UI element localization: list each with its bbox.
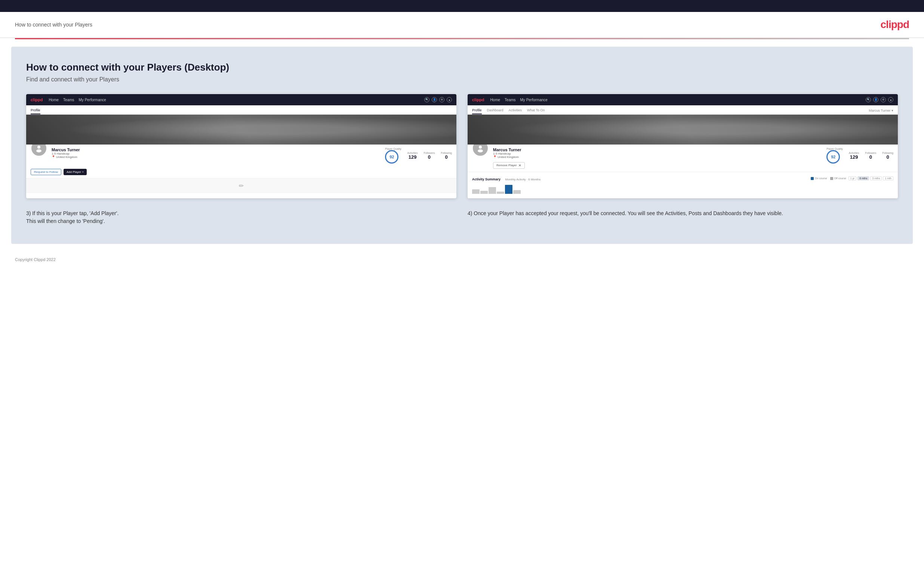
screenshot-right: clippd Home Teams My Performance 🔍 👤 ⚙ ●… <box>468 94 898 198</box>
scroll-icon: ✏ <box>239 182 244 189</box>
right-activities-stat: Activities 129 <box>849 152 859 160</box>
right-nav-home[interactable]: Home <box>490 98 500 102</box>
screenshots-row: clippd Home Teams My Performance 🔍 👤 ⚙ ●… <box>26 94 898 198</box>
time-1yr-button[interactable]: 1 yr <box>848 176 857 181</box>
captions-row: 3) If this is your Player tap, 'Add Play… <box>26 210 898 225</box>
right-search-icon[interactable]: 🔍 <box>866 97 871 102</box>
right-quality-stat: Player Quality 92 <box>826 148 843 164</box>
left-following-label: Following <box>441 152 452 154</box>
left-profile-text: Marcus Turner 1-5 Handicap 📍 United King… <box>52 148 381 159</box>
left-nav-home[interactable]: Home <box>48 98 59 102</box>
time-3mths-button[interactable]: 3 mths <box>870 176 882 181</box>
svg-point-0 <box>37 146 40 148</box>
right-quality-circle: 92 <box>826 150 840 164</box>
right-activity-title-area: Activity Summary Monthly Activity · 6 Mo… <box>472 175 541 182</box>
left-profile-info: Marcus Turner 1-5 Handicap 📍 United King… <box>26 145 456 166</box>
right-user-icon[interactable]: 👤 <box>873 97 879 102</box>
right-nav-teams[interactable]: Teams <box>505 98 515 102</box>
oncourse-dot <box>811 177 814 180</box>
right-player-location: 📍 United Kingdom <box>493 155 822 159</box>
right-tab-activities[interactable]: Activities <box>509 107 522 114</box>
copyright-text: Copyright Clippd 2022 <box>15 257 56 262</box>
svg-point-2 <box>479 146 482 148</box>
remove-player-button[interactable]: Remove Player ✕ <box>493 162 525 169</box>
main-content: How to connect with your Players (Deskto… <box>11 47 913 244</box>
chart-bar-6 <box>513 190 521 194</box>
right-tab-whattoon[interactable]: What To On <box>527 107 544 114</box>
right-remove-area: Remove Player ✕ <box>493 161 822 169</box>
main-title: How to connect with your Players (Deskto… <box>26 61 898 73</box>
right-nav-performance[interactable]: My Performance <box>520 98 548 102</box>
left-profile-banner <box>26 114 456 145</box>
left-tab-profile[interactable]: Profile <box>31 107 40 114</box>
right-nav-items: Home Teams My Performance <box>490 98 860 102</box>
right-followers-label: Followers <box>865 152 876 154</box>
time-1mth-button[interactable]: 1 mth <box>883 176 893 181</box>
right-tabs: Profile Dashboard Activities What To On … <box>468 105 898 114</box>
left-nav-teams[interactable]: Teams <box>63 98 74 102</box>
right-activity-header: Activity Summary Monthly Activity · 6 Mo… <box>472 175 893 182</box>
right-name-dropdown[interactable]: Marcus Turner ▾ <box>869 109 893 113</box>
chart-bar-5 <box>505 185 512 194</box>
right-legend: On course Off course <box>811 177 846 180</box>
left-scroll-area: ✏ <box>26 178 456 193</box>
right-profile-text: Marcus Turner 1-5 Handicap 📍 United King… <box>493 148 822 169</box>
settings-icon[interactable]: ⚙ <box>439 97 444 102</box>
right-time-buttons: 1 yr 6 mths 3 mths 1 mth <box>848 176 893 181</box>
time-6mths-button[interactable]: 6 mths <box>858 176 869 181</box>
left-player-handicap: 1-5 Handicap <box>52 152 381 155</box>
left-nav-performance[interactable]: My Performance <box>79 98 106 102</box>
caption-left: 3) If this is your Player tap, 'Add Play… <box>26 210 456 225</box>
right-player-handicap: 1-5 Handicap <box>493 152 822 155</box>
main-subtitle: Find and connect with your Players <box>26 76 898 83</box>
right-avatar-icon[interactable]: ● <box>888 97 893 102</box>
svg-point-1 <box>36 149 42 152</box>
header: How to connect with your Players clippd <box>0 12 924 38</box>
right-legend-oncourse: On course <box>811 177 827 180</box>
right-activity-chart <box>472 184 893 195</box>
right-followers-stat: Followers 0 <box>865 152 876 160</box>
right-tab-dashboard[interactable]: Dashboard <box>487 107 504 114</box>
left-quality-circle: 92 <box>385 150 399 164</box>
right-following-label: Following <box>882 152 893 154</box>
right-legend-offcourse: Off course <box>830 177 846 180</box>
chart-bar-1 <box>472 189 480 194</box>
left-quality-stat: Player Quality 92 <box>385 148 401 164</box>
request-to-follow-button[interactable]: Request to Follow <box>31 169 61 175</box>
left-followers-value: 0 <box>423 154 435 160</box>
svg-point-3 <box>478 149 483 152</box>
right-activity-section: Activity Summary Monthly Activity · 6 Mo… <box>468 172 898 198</box>
chart-bar-2 <box>480 191 488 194</box>
right-nav-logo: clippd <box>472 97 484 102</box>
left-following-value: 0 <box>441 154 452 160</box>
right-followers-value: 0 <box>865 154 876 160</box>
location-pin-icon: 📍 <box>52 155 55 159</box>
right-nav-icons: 🔍 👤 ⚙ ● <box>866 97 893 102</box>
left-tabs: Profile <box>26 105 456 114</box>
add-player-button[interactable]: Add Player + <box>63 169 87 175</box>
right-player-name: Marcus Turner <box>493 148 822 152</box>
caption-right: 4) Once your Player has accepted your re… <box>468 210 898 225</box>
search-icon[interactable]: 🔍 <box>424 97 430 102</box>
avatar-icon[interactable]: ● <box>447 97 452 102</box>
chart-bar-4 <box>497 192 504 194</box>
right-settings-icon[interactable]: ⚙ <box>880 97 886 102</box>
left-mini-nav: clippd Home Teams My Performance 🔍 👤 ⚙ ● <box>26 94 456 105</box>
left-activities-label: Activities <box>407 152 418 154</box>
right-activities-label: Activities <box>849 152 859 154</box>
offcourse-dot <box>830 177 833 180</box>
top-bar <box>0 0 924 12</box>
right-tab-profile[interactable]: Profile <box>472 107 482 114</box>
right-profile-info: Marcus Turner 1-5 Handicap 📍 United King… <box>468 145 898 172</box>
left-nav-logo: clippd <box>31 97 43 102</box>
left-followers-stat: Followers 0 <box>423 152 435 160</box>
right-quality-label: Player Quality <box>826 148 843 150</box>
right-stats-row: Player Quality 92 Activities 129 Followe… <box>826 148 893 164</box>
right-profile-banner <box>468 114 898 145</box>
left-quality-label: Player Quality <box>385 148 401 150</box>
header-title: How to connect with your Players <box>15 22 92 27</box>
right-tab-list: Profile Dashboard Activities What To On <box>472 107 544 114</box>
right-mini-nav: clippd Home Teams My Performance 🔍 👤 ⚙ ● <box>468 94 898 105</box>
accent-line <box>15 38 909 39</box>
user-icon[interactable]: 👤 <box>432 97 437 102</box>
